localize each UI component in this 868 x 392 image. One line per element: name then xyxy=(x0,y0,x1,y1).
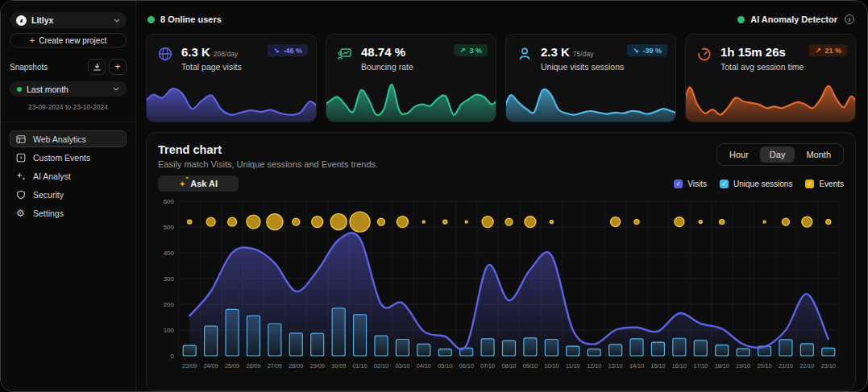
app-window: Litlyx + Create new project Snapshots + … xyxy=(0,0,868,392)
legend-item-events[interactable]: ✓ Events xyxy=(805,179,844,188)
svg-text:11/10: 11/10 xyxy=(566,362,579,369)
sparkline-chart xyxy=(326,80,496,122)
checkbox-checked-icon[interactable]: ✓ xyxy=(720,179,729,188)
legend-label: Visits xyxy=(687,179,707,188)
online-dot-icon xyxy=(147,16,155,23)
ask-ai-label: Ask AI xyxy=(190,179,218,188)
sparkline-chart xyxy=(685,80,856,122)
svg-text:15/10: 15/10 xyxy=(650,362,665,369)
legend-item-unique-sessions[interactable]: ✓ Unique sessions xyxy=(720,179,792,188)
sparkline-chart xyxy=(505,80,676,122)
interval-day-button[interactable]: Day xyxy=(760,146,795,163)
create-project-button[interactable]: + Create new project xyxy=(10,33,127,47)
sidebar-divider xyxy=(1,122,135,122)
ask-ai-button[interactable]: ✦✦ Ask AI xyxy=(158,175,239,192)
trend-chart-svg: 010020030040050060023/0924/0925/0926/092… xyxy=(158,196,844,373)
plus-icon: + xyxy=(114,61,120,72)
svg-text:16/10: 16/10 xyxy=(672,362,687,369)
svg-text:500: 500 xyxy=(164,224,175,231)
download-icon xyxy=(93,63,102,72)
svg-text:02/10: 02/10 xyxy=(374,362,388,369)
project-selector[interactable]: Litlyx xyxy=(10,12,127,28)
stat-label: Total avg session time xyxy=(721,62,804,72)
status-badge: ↘-46 % xyxy=(268,44,308,56)
trend-subtitle: Easily match Visits, Unique sessions and… xyxy=(158,159,378,169)
bounce-rate-icon xyxy=(337,46,355,72)
status-badge: ↗3 % xyxy=(454,44,488,56)
trend-down-icon: ↘ xyxy=(633,47,639,55)
stat-per-day: 208/day xyxy=(214,50,238,58)
svg-text:01/10: 01/10 xyxy=(353,362,368,369)
plus-icon: + xyxy=(30,35,35,45)
svg-text:09/10: 09/10 xyxy=(523,362,538,369)
stat-value: 6.3 K xyxy=(181,45,210,59)
browser-layout-icon xyxy=(16,134,27,144)
interval-toggle: Hour Day Month xyxy=(716,143,844,166)
bolt-square-icon xyxy=(16,153,27,163)
svg-text:19/10: 19/10 xyxy=(736,362,750,369)
stat-label: Bouncing rate xyxy=(361,62,413,72)
add-snapshot-button[interactable]: + xyxy=(109,59,127,75)
sparkline-chart xyxy=(146,80,317,122)
sidebar: Litlyx + Create new project Snapshots + … xyxy=(1,1,136,391)
interval-month-button[interactable]: Month xyxy=(796,146,841,163)
snapshot-range-dropdown[interactable]: Last month xyxy=(10,81,127,97)
sidebar-item-settings[interactable]: ⚙ Settings xyxy=(10,204,127,221)
anomaly-dot-icon xyxy=(737,16,745,23)
stats-row: 6.3 K208/day Total page visits ↘-46 % 48… xyxy=(146,34,856,122)
checkbox-checked-icon[interactable]: ✓ xyxy=(674,179,683,188)
stat-card-unique-sessions: 2.3 K75/day Unique visits sessions ↘-39 … xyxy=(505,34,676,122)
svg-text:29/09: 29/09 xyxy=(310,362,325,369)
shield-icon xyxy=(16,190,27,200)
interval-hour-button[interactable]: Hour xyxy=(720,146,758,163)
snapshots-label: Snapshots xyxy=(10,63,48,72)
svg-text:28/09: 28/09 xyxy=(289,362,303,369)
main-content: 8 Online users AI Anomaly Detector i 6.3… xyxy=(136,1,867,391)
legend-label: Events xyxy=(819,179,844,188)
svg-text:27/09: 27/09 xyxy=(268,362,282,369)
svg-text:10/10: 10/10 xyxy=(544,362,559,369)
topbar: 8 Online users AI Anomaly Detector i xyxy=(147,14,854,24)
trend-chart-area: 010020030040050060023/0924/0925/0926/092… xyxy=(158,196,844,373)
svg-text:04/10: 04/10 xyxy=(417,362,431,369)
globe-icon xyxy=(157,46,175,72)
chevron-down-icon xyxy=(113,87,119,91)
badge-value: 21 % xyxy=(824,47,841,55)
export-snapshot-button[interactable] xyxy=(88,59,106,75)
trend-up-icon: ↗ xyxy=(459,47,466,55)
trend-up-icon: ↗ xyxy=(815,47,821,55)
svg-text:07/10: 07/10 xyxy=(480,362,495,369)
svg-text:22/10: 22/10 xyxy=(799,362,814,369)
svg-text:20/10: 20/10 xyxy=(758,362,772,369)
svg-text:0: 0 xyxy=(171,353,175,360)
user-icon xyxy=(517,46,534,72)
svg-text:23/09: 23/09 xyxy=(182,362,197,369)
stat-card-bouncing-rate: 48.74 % Bouncing rate ↗3 % xyxy=(326,34,496,122)
info-icon[interactable]: i xyxy=(845,14,854,24)
anomaly-detector-label: AI Anomaly Detector xyxy=(750,14,837,24)
trend-chart-panel: Trend chart Easily match Visits, Unique … xyxy=(146,132,856,391)
legend-label: Unique sessions xyxy=(733,179,792,188)
sidebar-item-security[interactable]: Security xyxy=(10,186,127,203)
svg-text:25/09: 25/09 xyxy=(225,362,239,369)
sidebar-item-custom-events[interactable]: Custom Events xyxy=(10,149,127,166)
stat-label: Total page visits xyxy=(181,62,242,72)
svg-text:03/10: 03/10 xyxy=(395,362,409,369)
chevron-down-icon xyxy=(114,19,120,23)
svg-text:300: 300 xyxy=(164,275,175,283)
legend-item-visits[interactable]: ✓ Visits xyxy=(674,179,707,188)
svg-text:23/10: 23/10 xyxy=(821,362,836,369)
sidebar-item-label: Custom Events xyxy=(33,153,90,163)
stat-value: 2.3 K xyxy=(541,45,570,59)
checkbox-checked-icon[interactable]: ✓ xyxy=(805,179,814,188)
svg-text:18/10: 18/10 xyxy=(715,362,729,369)
sidebar-item-web-analytics[interactable]: Web Analytics xyxy=(10,130,127,147)
svg-text:30/09: 30/09 xyxy=(331,362,346,369)
sidebar-item-ai-analyst[interactable]: AI Analyst xyxy=(10,167,127,184)
status-badge: ↗21 % xyxy=(809,44,847,56)
status-badge: ↘-39 % xyxy=(627,44,667,56)
litlyx-logo-icon xyxy=(16,15,27,26)
sidebar-item-label: AI Analyst xyxy=(33,171,71,181)
badge-value: -46 % xyxy=(283,47,302,55)
svg-text:06/10: 06/10 xyxy=(459,362,474,369)
